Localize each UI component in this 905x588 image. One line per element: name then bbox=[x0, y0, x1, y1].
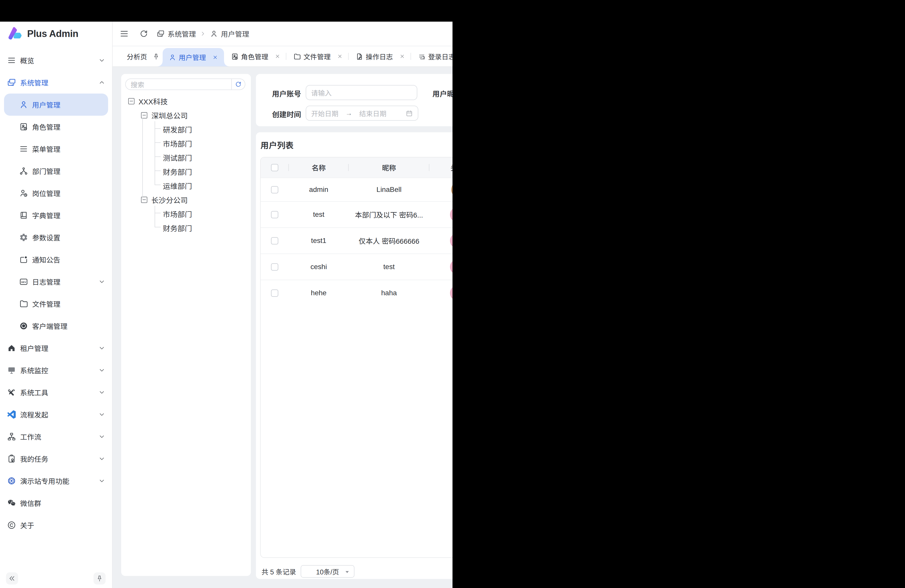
svg-text:DEV: DEV bbox=[21, 281, 26, 283]
